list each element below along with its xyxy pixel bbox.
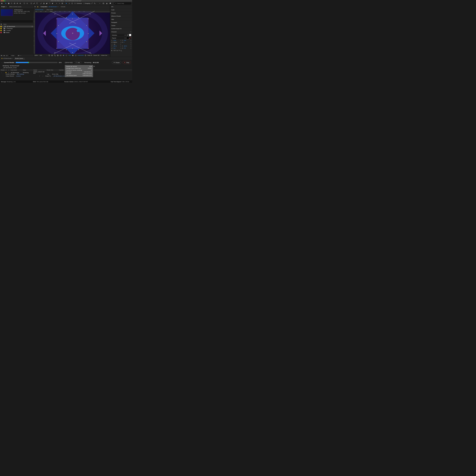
interpret-icon[interactable]: [1, 55, 2, 56]
macos-zoom[interactable]: [4, 0, 5, 1]
grid-icon[interactable]: [57, 54, 59, 56]
pen-tool-icon[interactable]: [33, 2, 35, 5]
hscale-field[interactable]: T̲100 %▾: [121, 45, 131, 47]
stroke-color-swatch[interactable]: [127, 37, 129, 39]
chevron-left-icon[interactable]: ‹: [45, 9, 45, 10]
composition-canvas[interactable]: [35, 13, 110, 54]
bpc-label[interactable]: 8 bpc: [11, 55, 14, 56]
font-style-dropdown[interactable]: Regular▾: [111, 37, 126, 39]
hand-tool-icon[interactable]: [8, 2, 10, 5]
add-output-icon[interactable]: ＋: [39, 75, 40, 77]
camera-dropdown[interactable]: Active Can: [101, 55, 107, 56]
tab-project[interactable]: Project≡: [1, 6, 7, 7]
allcaps-button[interactable]: TT: [114, 50, 116, 51]
guides-icon[interactable]: [60, 54, 62, 56]
fill-stroke-swatches[interactable]: [129, 34, 131, 36]
panel-align[interactable]: Align: [110, 18, 132, 21]
flask-icon[interactable]: [106, 2, 108, 5]
pan-tool-icon[interactable]: [16, 2, 18, 5]
color-depth-icon[interactable]: [9, 55, 10, 56]
composition-thumbnail[interactable]: [1, 9, 13, 16]
comp-nav-link[interactable]: .AE Benchmark: [35, 9, 43, 10]
subscript-button[interactable]: T₁: [120, 50, 122, 51]
trash-icon[interactable]: [15, 55, 17, 56]
output-to-value[interactable]: _AE Benchmark_3.mov: [53, 75, 66, 77]
new-folder-icon[interactable]: [3, 55, 5, 56]
mask-toggle-icon[interactable]: [51, 54, 53, 56]
snap-rotate-icon[interactable]: [74, 2, 76, 5]
font-family-dropdown[interactable]: Helvetica▾: [111, 34, 126, 36]
no-stroke-swatch[interactable]: [129, 37, 131, 39]
smallcaps-button[interactable]: Tᴛ: [116, 50, 118, 51]
resolution-dropdown[interactable]: Half▾: [40, 55, 47, 56]
log-dropdown[interactable]: Errors Only: [51, 73, 61, 75]
project-search-input[interactable]: ⌕: [0, 20, 33, 22]
current-timecode[interactable]: 0:00:05:06: [78, 55, 84, 56]
stroke-position-field[interactable]: ▾: [121, 44, 131, 45]
tsume-field[interactable]: あ0 %▾: [121, 47, 131, 49]
show-snapshot-icon[interactable]: [75, 54, 77, 56]
panel-tracker[interactable]: Tracker: [110, 24, 132, 27]
kerning-field[interactable]: V/AMetrics▾: [111, 42, 121, 43]
rotation-tool-icon[interactable]: [23, 2, 26, 5]
snap-move-icon[interactable]: [65, 2, 68, 5]
shape-tool-icon[interactable]: [30, 2, 33, 5]
snap-cross-icon[interactable]: [68, 2, 70, 5]
text-tool-icon[interactable]: [36, 2, 38, 5]
project-item-folder[interactable]: Salads: [0, 32, 34, 34]
baseline-field[interactable]: Aª0 px▾: [111, 47, 121, 49]
disclosure-icon[interactable]: ›: [3, 73, 4, 75]
dolly-tool-icon[interactable]: [19, 2, 21, 5]
pause-button[interactable]: Pause: [112, 61, 121, 64]
new-comp-icon[interactable]: [6, 55, 8, 56]
chat-icon[interactable]: [109, 2, 111, 5]
name-column-header[interactable]: Name: [3, 24, 6, 25]
italic-button[interactable]: T: [113, 50, 113, 51]
snapping-checkbox[interactable]: [83, 3, 85, 4]
eyedropper-icon[interactable]: [127, 34, 129, 36]
axis-local-icon[interactable]: [55, 2, 58, 5]
snap-edge-icon[interactable]: [90, 2, 93, 5]
clone-tool-icon[interactable]: [43, 2, 45, 5]
tab-render-queue[interactable]: Render Queue ≡: [14, 57, 25, 59]
pin-tool-icon[interactable]: [51, 2, 54, 5]
vscale-field[interactable]: IT100 %▾: [111, 45, 121, 47]
cube-icon[interactable]: [85, 54, 86, 56]
brush-tool-icon[interactable]: [40, 2, 42, 5]
anchor-point-icon[interactable]: [72, 33, 73, 34]
overflow-icon[interactable]: [99, 2, 101, 5]
home-icon[interactable]: [0, 2, 3, 5]
superscript-button[interactable]: T¹: [119, 50, 120, 51]
disclosure-icon[interactable]: ›: [3, 75, 4, 77]
roto-tool-icon[interactable]: [48, 2, 51, 5]
reset-exposure-icon[interactable]: [66, 54, 67, 56]
flowchart-icon[interactable]: [32, 26, 33, 27]
selection-tool-icon[interactable]: [5, 2, 7, 5]
snap-grid-icon[interactable]: [93, 2, 96, 5]
output-module-value[interactable]: Lossless: [16, 75, 21, 77]
project-item-comp[interactable]: .AE Benchmark: [0, 26, 34, 28]
project-item-folder[interactable]: › 1. Precomps: [0, 28, 34, 30]
project-item-folder[interactable]: › 2. Assets: [0, 30, 34, 32]
panel-content-aware[interactable]: Content-Aware Fill: [110, 27, 132, 30]
channel-icon[interactable]: [63, 54, 64, 56]
panel-audio[interactable]: Audio: [110, 8, 132, 11]
tab-console[interactable]: Console: [60, 6, 66, 7]
orbit-tool-icon[interactable]: [13, 2, 16, 5]
thumbnail-size-slider[interactable]: [18, 55, 21, 56]
workspace-icon[interactable]: [102, 2, 105, 5]
anchor-tool-icon[interactable]: [26, 2, 28, 5]
lock-icon[interactable]: 🔒: [37, 6, 38, 7]
panel-menu-icon[interactable]: ≡: [24, 58, 24, 59]
disclosure-icon[interactable]: ⌄: [1, 62, 2, 63]
panel-effects-presets[interactable]: Effects & Presets: [110, 15, 132, 18]
panel-preview[interactable]: Preview: [110, 11, 132, 15]
panel-menu-icon[interactable]: ≡: [58, 6, 58, 7]
snapshot-icon[interactable]: [72, 54, 74, 56]
zoom-tool-icon[interactable]: [10, 2, 13, 5]
bold-button[interactable]: T: [111, 50, 112, 51]
tab-composition[interactable]: Composition .AE Benchmark ≡: [40, 6, 59, 7]
stroke-width-field[interactable]: ≡- px▾: [111, 44, 121, 45]
macos-minimize[interactable]: [2, 0, 3, 1]
tracking-field[interactable]: VA0▾: [121, 42, 131, 43]
